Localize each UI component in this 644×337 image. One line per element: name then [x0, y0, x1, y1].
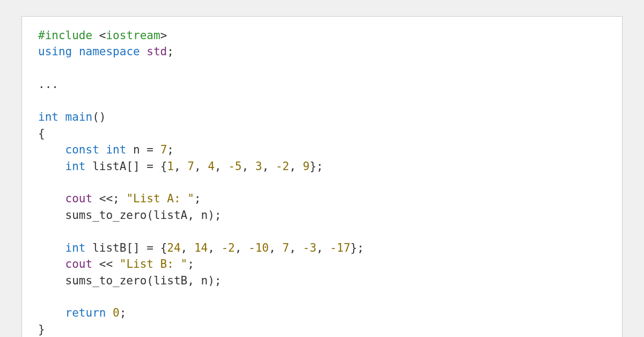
line-open-brace: { [38, 127, 45, 140]
code-content: #include <iostream> using namespace std;… [38, 27, 606, 337]
line-close-brace: } [38, 323, 45, 336]
code-block: #include <iostream> using namespace std;… [21, 16, 623, 337]
line-cout-a: cout <<; "List A: "; [38, 192, 201, 205]
line-call-a: sums_to_zero(listA, n); [38, 209, 221, 222]
line-main-sig: int main() [38, 111, 106, 123]
line-const-n: const int n = 7; [38, 143, 174, 156]
line-listb-decl: int listB[] = {24, 14, -2, -10, 7, -3, -… [38, 241, 364, 254]
line-call-b: sums_to_zero(listB, n); [38, 274, 221, 287]
line-cout-b: cout << "List B: "; [38, 258, 194, 270]
line-include: #include <iostream> [38, 29, 167, 42]
line-lista-decl: int listA[] = {1, 7, 4, -5, 3, -2, 9}; [38, 160, 323, 173]
line-using: using namespace std; [38, 45, 174, 58]
line-return: return 0; [38, 306, 126, 319]
line-ellipsis: ... [38, 78, 58, 91]
